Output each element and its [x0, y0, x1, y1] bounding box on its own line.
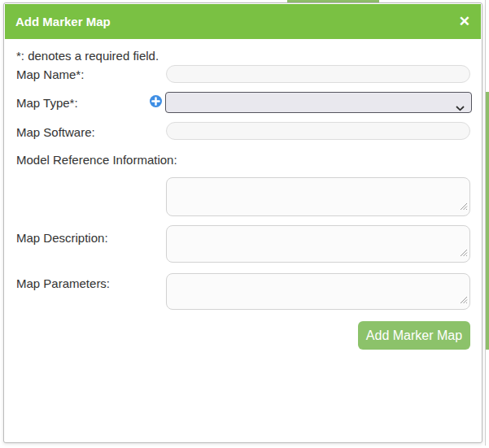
- map-name-label: Map Name*:: [16, 67, 84, 81]
- add-marker-map-dialog: Add Marker Map ✕ *: denotes a required f…: [3, 2, 482, 443]
- map-parameters-textarea[interactable]: [166, 273, 470, 310]
- plus-circle-icon[interactable]: [150, 95, 162, 107]
- background-page-element-right: [486, 92, 489, 350]
- dialog-title: Add Marker Map: [15, 15, 459, 28]
- map-software-input[interactable]: [166, 122, 470, 140]
- required-field-note: *: denotes a required field.: [16, 49, 159, 63]
- close-icon[interactable]: ✕: [459, 15, 470, 28]
- map-type-label: Map Type*:: [16, 96, 78, 110]
- map-type-select-wrap: [165, 92, 472, 113]
- map-description-label: Map Description:: [16, 231, 108, 245]
- map-type-select[interactable]: [165, 92, 472, 113]
- dialog-header: Add Marker Map ✕: [5, 4, 481, 39]
- add-marker-map-button[interactable]: Add Marker Map: [358, 321, 470, 350]
- map-parameters-label: Map Parameters:: [16, 276, 110, 290]
- map-description-wrap: [166, 225, 470, 263]
- map-software-label: Map Software:: [16, 125, 95, 139]
- model-reference-textarea[interactable]: [166, 177, 470, 216]
- map-description-textarea[interactable]: [166, 225, 470, 263]
- model-reference-wrap: [166, 177, 470, 216]
- resize-handle-icon[interactable]: [460, 199, 468, 214]
- map-parameters-wrap: [166, 273, 470, 310]
- model-reference-label: Model Reference Information:: [16, 153, 177, 167]
- map-name-input[interactable]: [166, 65, 470, 83]
- resize-handle-icon[interactable]: [460, 246, 468, 260]
- resize-handle-icon[interactable]: [460, 293, 468, 307]
